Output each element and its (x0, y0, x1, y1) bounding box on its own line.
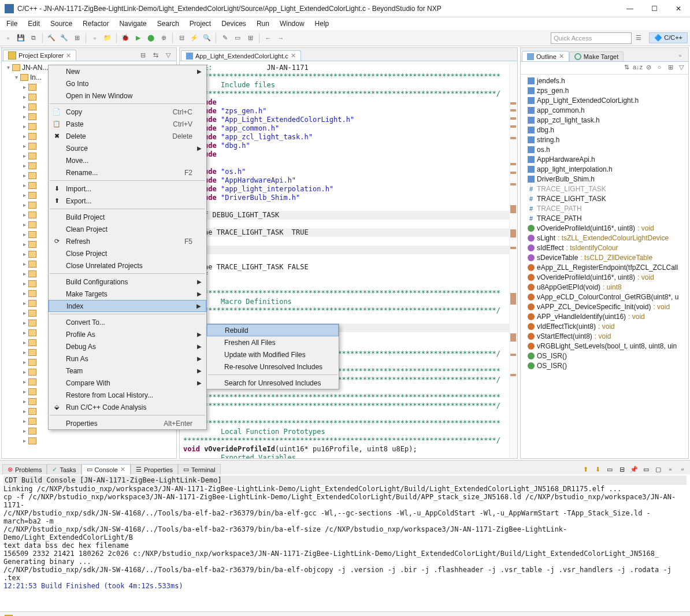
sort-icon[interactable]: ⇅ (622, 64, 631, 73)
outline-item[interactable]: #TRACE_PATH (522, 213, 687, 223)
ctx-profile-as[interactable]: Profile As▶ (49, 328, 206, 340)
saveall-icon[interactable]: ⧉ (28, 32, 39, 44)
index-submenu[interactable]: RebuildFreshen All FilesUpdate with Modi… (206, 324, 339, 389)
outline-item[interactable]: app_light_interpolation.h (522, 164, 687, 174)
ctx-convert-to-[interactable]: Convert To... (49, 316, 206, 328)
minimize-button[interactable]: — (623, 5, 637, 13)
outline-tree[interactable]: jendefs.hzps_gen.hApp_Light_ExtendedColo… (521, 75, 688, 372)
outline-item[interactable]: os.h (522, 144, 687, 154)
display-icon[interactable]: ▭ (641, 464, 651, 474)
menu-search[interactable]: Search (153, 18, 183, 29)
link-icon[interactable]: ⇆ (150, 49, 161, 61)
tab-close-icon[interactable]: ✕ (291, 52, 296, 60)
close-button[interactable]: ✕ (672, 5, 685, 13)
ctx-make-targets[interactable]: Make Targets▶ (49, 288, 206, 300)
menu-source[interactable]: Source (46, 18, 76, 29)
run-icon[interactable]: ▶ (132, 32, 144, 44)
properties-tab[interactable]: ☰Properties (131, 464, 178, 474)
overview-ruler[interactable] (509, 62, 517, 458)
next-icon[interactable]: ⬇ (592, 464, 603, 474)
outline-item[interactable]: OS_ISR() (522, 361, 687, 370)
problems-tab[interactable]: ⊗Problems (2, 464, 47, 474)
menu-devices[interactable]: Devices (217, 18, 250, 29)
ctx-move-[interactable]: Move... (49, 154, 206, 166)
outline-item[interactable]: vRGBLight_SetLevels(bool_t, uint8, uint8… (522, 341, 687, 351)
outline-item[interactable]: string.h (522, 135, 687, 144)
tab-close-icon[interactable]: ✕ (66, 52, 71, 60)
outline-item[interactable]: app_common.h (522, 105, 687, 115)
menu-help[interactable]: Help (311, 18, 333, 29)
clear-icon[interactable]: ▭ (604, 464, 615, 474)
ctx-team[interactable]: Team▶ (49, 365, 206, 377)
quick-access-input[interactable]: Quick Access (551, 32, 632, 44)
ctx-refresh[interactable]: ⟳RefreshF5 (49, 235, 206, 247)
tree-item[interactable]: ▸ (3, 436, 175, 446)
code-editor[interactable]: MODULE: JN-AN-1171 *********************… (180, 61, 517, 458)
console-tab[interactable]: ▭Console ✕ (81, 464, 131, 474)
ctx-close-project[interactable]: Close Project (49, 247, 206, 259)
ctx-source[interactable]: Source▶ (49, 142, 206, 154)
menu-edit[interactable]: Edit (24, 18, 44, 29)
term-icon[interactable]: ⊟ (176, 32, 187, 44)
ctx-debug-as[interactable]: Debug As▶ (49, 340, 206, 352)
build-icon[interactable]: 🔨 (46, 32, 57, 44)
outline-item[interactable]: sIdEffect : tsIdentifyColour (522, 243, 687, 253)
debug-icon[interactable]: 🐞 (120, 32, 131, 44)
outline-item[interactable]: vApp_eCLD_ColourControl_GetRGB(uint8*, u (522, 292, 687, 302)
collapse-icon[interactable]: ⊟ (137, 49, 149, 61)
ctx-build-configurations[interactable]: Build Configurations▶ (49, 276, 206, 288)
prev-icon[interactable]: ⬆ (580, 464, 591, 474)
ctx-new[interactable]: New▶ (49, 65, 206, 77)
terminal-tab[interactable]: ▭Terminal (178, 464, 221, 474)
group-icon[interactable]: ⊞ (666, 64, 675, 73)
outline-item[interactable]: #TRACE_PATH (522, 203, 687, 213)
submenu-search-for-unresolved-includes[interactable]: Search for Unresolved Includes (207, 377, 339, 389)
ctx-rename-[interactable]: Rename...F2 (49, 166, 206, 179)
tab-close-icon[interactable]: ✕ (559, 53, 564, 60)
ctx-build-project[interactable]: Build Project (49, 211, 206, 223)
ctx-export-[interactable]: ⬆Export... (49, 195, 206, 207)
ctx-clean-project[interactable]: Clean Project (49, 223, 206, 235)
outline-item[interactable]: DriverBulb_Shim.h (522, 174, 687, 184)
profile-icon[interactable]: ⊕ (158, 32, 169, 44)
filter-icon[interactable]: ○ (655, 64, 664, 73)
submenu-re-resolve-unresolved-includes[interactable]: Re-resolve Unresolved Includes (207, 361, 339, 373)
scroll-icon[interactable]: ⊟ (617, 464, 627, 474)
ctx-restore-from-local-history-[interactable]: Restore from Local History... (49, 389, 206, 401)
search-icon[interactable]: 🔍 (201, 32, 213, 44)
outline-item[interactable]: APP_vHandleIdentify(uint16) : void (522, 311, 687, 321)
outline-item[interactable]: u8AppGetEPId(void) : uint8 (522, 282, 687, 292)
ctx-run-as[interactable]: Run As▶ (49, 352, 206, 365)
submenu-rebuild[interactable]: Rebuild (207, 324, 339, 336)
perspective-cpp[interactable]: 🔷 C/C++ (649, 32, 688, 43)
ctx-import-[interactable]: ⬇Import... (49, 183, 206, 195)
editor-tab[interactable]: App_Light_ExtendedColorLight.c ✕ (181, 50, 301, 61)
ctx-run-c-c-code-analysis[interactable]: ⬙Run C/C++ Code Analysis (49, 401, 206, 413)
outline-item[interactable]: #TRACE_LIGHT_TASK (522, 184, 687, 194)
back-icon[interactable]: ← (262, 32, 274, 44)
min-icon[interactable]: ▫ (674, 50, 686, 61)
new-folder-icon[interactable]: 📁 (102, 32, 113, 44)
edit3-icon[interactable]: ⊞ (244, 32, 256, 44)
outline-item[interactable]: AppHardwareApi.h (522, 154, 687, 164)
ctx-copy[interactable]: 📄CopyCtrl+C (49, 106, 206, 118)
outline-item[interactable]: OS_ISR() (522, 351, 687, 361)
view-menu-icon[interactable]: ▽ (162, 49, 174, 61)
pin-icon[interactable]: 📌 (629, 464, 639, 474)
make-target-tab[interactable]: Make Target (569, 51, 624, 61)
outline-item[interactable]: vOverideProfileId(uint16*, uint8) : void (522, 272, 687, 282)
edit1-icon[interactable]: ✎ (219, 32, 231, 44)
outline-item[interactable]: vOverideProfileId(uint16*, uint8) : void (522, 223, 687, 233)
menu-refactor[interactable]: Refactor (79, 18, 113, 29)
outline-item[interactable]: jendefs.h (522, 76, 687, 86)
buildall-icon[interactable]: 🔧 (58, 32, 70, 44)
outline-item[interactable]: dbg.h (522, 125, 687, 135)
tree-item[interactable]: In... (30, 73, 42, 81)
outline-item[interactable]: vAPP_ZCL_DeviceSpecific_Init(void) : voi… (522, 302, 687, 311)
outline-item[interactable]: sLight : tsZLL_ExtendedColourLightDevice (522, 233, 687, 243)
az-icon[interactable]: a↓z (633, 64, 642, 73)
outline-item[interactable]: app_zcl_light_task.h (522, 115, 687, 125)
edit2-icon[interactable]: ▭ (232, 32, 243, 44)
outline-item[interactable]: App_Light_ExtendedColorLight.h (522, 95, 687, 105)
menu-run[interactable]: Run (253, 18, 273, 29)
